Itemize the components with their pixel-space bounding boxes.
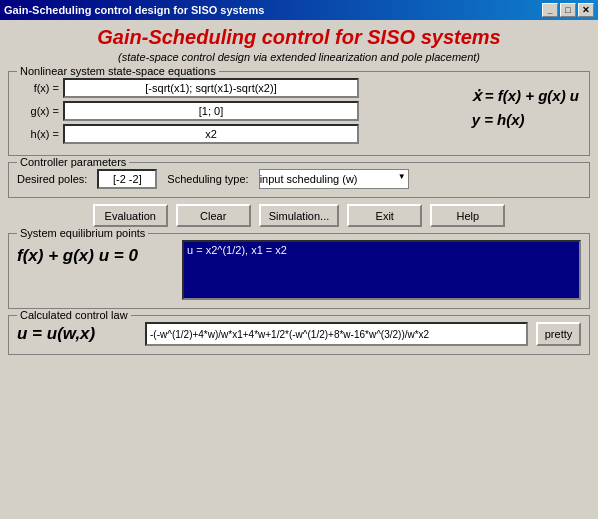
sub-title: (state-space control design via extended… <box>8 51 590 63</box>
buttons-row: Evaluation Clear Simulation... Exit Help <box>8 204 590 227</box>
gx-input[interactable] <box>63 101 359 121</box>
simulation-button[interactable]: Simulation... <box>259 204 340 227</box>
nonlinear-group-label: Nonlinear system state-space equations <box>17 65 219 77</box>
equil-list[interactable]: u = x2^(1/2), x1 = x2 <box>182 240 581 300</box>
math-line2: y = h(x) <box>472 108 579 132</box>
controller-row: Desired poles: Scheduling type: input sc… <box>17 169 581 189</box>
window-content: Gain-Scheduling control for SISO systems… <box>0 20 598 519</box>
math-display: ẋ = f(x) + g(x) u y = h(x) <box>472 84 579 132</box>
window-title: Gain-Scheduling control design for SISO … <box>4 4 264 16</box>
minimize-button[interactable]: _ <box>542 3 558 17</box>
title-bar: Gain-Scheduling control design for SISO … <box>0 0 598 20</box>
maximize-button[interactable]: □ <box>560 3 576 17</box>
nonlinear-group: Nonlinear system state-space equations f… <box>8 71 590 156</box>
gx-row: g(x) = <box>17 101 359 121</box>
exit-button[interactable]: Exit <box>347 204 422 227</box>
ctrllaw-content: u = u(w,x) pretty <box>17 322 581 346</box>
scheduling-select-wrapper: input scheduling (w) state scheduling ou… <box>259 169 409 189</box>
equil-list-item-0: u = x2^(1/2), x1 = x2 <box>187 244 576 256</box>
pretty-button[interactable]: pretty <box>536 322 581 346</box>
hx-label: h(x) = <box>17 128 59 140</box>
equilibrium-group: System equilibrium points f(x) + g(x) u … <box>8 233 590 309</box>
controller-group: Controller parameters Desired poles: Sch… <box>8 162 590 198</box>
scheduling-type-label: Scheduling type: <box>167 173 248 185</box>
main-title: Gain-Scheduling control for SISO systems <box>8 26 590 49</box>
control-law-group-label: Calculated control law <box>17 309 131 321</box>
window-controls: _ □ ✕ <box>542 3 594 17</box>
fx-label: f(x) = <box>17 82 59 94</box>
hx-input[interactable] <box>63 124 359 144</box>
hx-row: h(x) = <box>17 124 359 144</box>
gx-label: g(x) = <box>17 105 59 117</box>
close-button[interactable]: ✕ <box>578 3 594 17</box>
evaluation-button[interactable]: Evaluation <box>93 204 168 227</box>
equil-content: f(x) + g(x) u = 0 u = x2^(1/2), x1 = x2 <box>17 240 581 300</box>
equilibrium-group-label: System equilibrium points <box>17 227 148 239</box>
desired-poles-input[interactable] <box>97 169 157 189</box>
scheduling-select[interactable]: input scheduling (w) state scheduling ou… <box>259 169 409 189</box>
math-line1: ẋ = f(x) + g(x) u <box>472 84 579 108</box>
help-button[interactable]: Help <box>430 204 505 227</box>
control-law-input[interactable] <box>145 322 528 346</box>
clear-button[interactable]: Clear <box>176 204 251 227</box>
ctrllaw-math: u = u(w,x) <box>17 324 137 344</box>
controller-group-label: Controller parameters <box>17 156 129 168</box>
control-law-group: Calculated control law u = u(w,x) pretty <box>8 315 590 355</box>
equil-math: f(x) + g(x) u = 0 <box>17 244 172 268</box>
fx-row: f(x) = <box>17 78 359 98</box>
fx-input[interactable] <box>63 78 359 98</box>
desired-poles-label: Desired poles: <box>17 173 87 185</box>
